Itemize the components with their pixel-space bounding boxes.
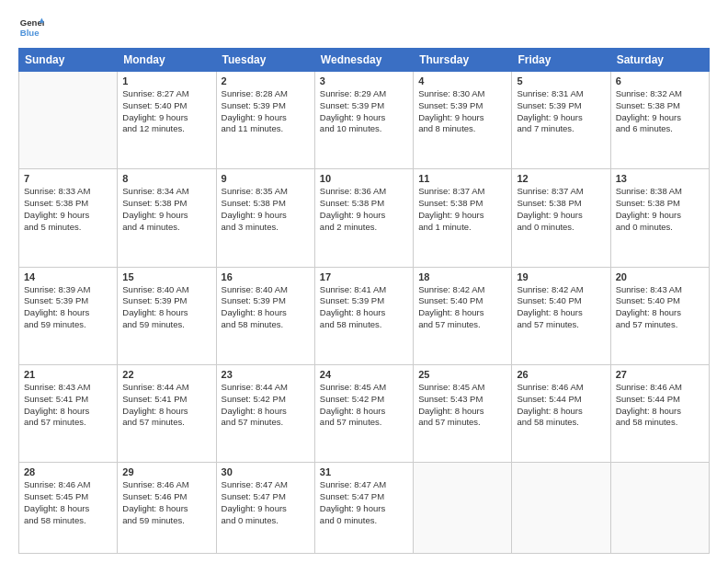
day-number: 31 [320,466,408,477]
day-number: 15 [122,271,210,282]
day-number: 8 [122,173,210,184]
day-number: 30 [222,466,310,477]
day-info: Sunrise: 8:46 AMSunset: 5:44 PMDaylight:… [616,382,704,429]
day-number: 1 [122,75,210,86]
calendar-cell: 9Sunrise: 8:35 AMSunset: 5:38 PMDaylight… [216,169,314,267]
day-info: Sunrise: 8:39 AMSunset: 5:39 PMDaylight:… [24,284,112,331]
calendar-cell: 17Sunrise: 8:41 AMSunset: 5:39 PMDayligh… [314,267,413,364]
day-number: 26 [517,369,605,380]
day-info: Sunrise: 8:30 AMSunset: 5:39 PMDaylight:… [418,88,506,135]
logo: General Blue [18,15,44,40]
day-info: Sunrise: 8:45 AMSunset: 5:43 PMDaylight:… [418,382,506,429]
day-info: Sunrise: 8:43 AMSunset: 5:41 PMDaylight:… [24,382,112,429]
day-info: Sunrise: 8:37 AMSunset: 5:38 PMDaylight:… [517,186,605,233]
day-number: 23 [222,369,310,380]
calendar-cell: 10Sunrise: 8:36 AMSunset: 5:38 PMDayligh… [314,169,413,267]
day-number: 21 [24,369,112,380]
calendar-cell: 21Sunrise: 8:43 AMSunset: 5:41 PMDayligh… [19,364,118,462]
day-header-thursday: Thursday [414,49,512,72]
day-number: 16 [222,271,310,282]
calendar-cell: 23Sunrise: 8:44 AMSunset: 5:42 PMDayligh… [216,364,314,462]
day-number: 13 [616,173,704,184]
calendar-cell: 29Sunrise: 8:46 AMSunset: 5:46 PMDayligh… [118,463,216,554]
day-header-sunday: Sunday [19,49,118,72]
day-info: Sunrise: 8:36 AMSunset: 5:38 PMDaylight:… [320,186,408,233]
day-number: 20 [616,271,704,282]
day-number: 28 [24,466,112,477]
calendar-cell: 12Sunrise: 8:37 AMSunset: 5:38 PMDayligh… [512,169,610,267]
day-number: 7 [24,173,112,184]
day-info: Sunrise: 8:40 AMSunset: 5:39 PMDaylight:… [222,284,310,331]
day-header-wednesday: Wednesday [314,49,413,72]
day-number: 9 [222,173,310,184]
calendar-table: SundayMondayTuesdayWednesdayThursdayFrid… [18,48,710,554]
calendar-cell: 14Sunrise: 8:39 AMSunset: 5:39 PMDayligh… [19,267,118,364]
day-header-tuesday: Tuesday [216,49,314,72]
day-number: 6 [616,75,704,86]
day-number: 11 [418,173,506,184]
svg-text:Blue: Blue [20,28,40,38]
day-info: Sunrise: 8:35 AMSunset: 5:38 PMDaylight:… [222,186,310,233]
week-row-4: 28Sunrise: 8:46 AMSunset: 5:45 PMDayligh… [19,463,710,554]
calendar-cell [19,72,118,169]
day-info: Sunrise: 8:29 AMSunset: 5:39 PMDaylight:… [320,88,408,135]
day-info: Sunrise: 8:28 AMSunset: 5:39 PMDaylight:… [222,88,310,135]
day-info: Sunrise: 8:33 AMSunset: 5:38 PMDaylight:… [24,186,112,233]
day-header-saturday: Saturday [610,49,709,72]
day-number: 14 [24,271,112,282]
day-number: 10 [320,173,408,184]
calendar-cell: 16Sunrise: 8:40 AMSunset: 5:39 PMDayligh… [216,267,314,364]
calendar-cell: 20Sunrise: 8:43 AMSunset: 5:40 PMDayligh… [610,267,709,364]
calendar-cell: 27Sunrise: 8:46 AMSunset: 5:44 PMDayligh… [610,364,709,462]
day-info: Sunrise: 8:31 AMSunset: 5:39 PMDaylight:… [517,88,605,135]
day-info: Sunrise: 8:41 AMSunset: 5:39 PMDaylight:… [320,284,408,331]
day-number: 24 [320,369,408,380]
day-info: Sunrise: 8:46 AMSunset: 5:45 PMDaylight:… [24,479,112,526]
day-info: Sunrise: 8:32 AMSunset: 5:38 PMDaylight:… [616,88,704,135]
day-info: Sunrise: 8:38 AMSunset: 5:38 PMDaylight:… [616,186,704,233]
day-info: Sunrise: 8:27 AMSunset: 5:40 PMDaylight:… [122,88,210,135]
calendar-body: 1Sunrise: 8:27 AMSunset: 5:40 PMDaylight… [19,72,710,554]
logo-icon: General Blue [18,15,44,40]
calendar-cell: 15Sunrise: 8:40 AMSunset: 5:39 PMDayligh… [118,267,216,364]
calendar-cell: 1Sunrise: 8:27 AMSunset: 5:40 PMDaylight… [118,72,216,169]
week-row-0: 1Sunrise: 8:27 AMSunset: 5:40 PMDaylight… [19,72,710,169]
day-number: 3 [320,75,408,86]
calendar-cell: 5Sunrise: 8:31 AMSunset: 5:39 PMDaylight… [512,72,610,169]
day-info: Sunrise: 8:44 AMSunset: 5:41 PMDaylight:… [122,382,210,429]
calendar-cell: 22Sunrise: 8:44 AMSunset: 5:41 PMDayligh… [118,364,216,462]
day-header-monday: Monday [118,49,216,72]
day-number: 5 [517,75,605,86]
calendar-cell: 3Sunrise: 8:29 AMSunset: 5:39 PMDaylight… [314,72,413,169]
day-info: Sunrise: 8:40 AMSunset: 5:39 PMDaylight:… [122,284,210,331]
calendar-cell: 6Sunrise: 8:32 AMSunset: 5:38 PMDaylight… [610,72,709,169]
day-number: 2 [222,75,310,86]
calendar-cell: 19Sunrise: 8:42 AMSunset: 5:40 PMDayligh… [512,267,610,364]
week-row-2: 14Sunrise: 8:39 AMSunset: 5:39 PMDayligh… [19,267,710,364]
calendar-cell: 25Sunrise: 8:45 AMSunset: 5:43 PMDayligh… [414,364,512,462]
day-number: 17 [320,271,408,282]
day-info: Sunrise: 8:42 AMSunset: 5:40 PMDaylight:… [517,284,605,331]
day-info: Sunrise: 8:44 AMSunset: 5:42 PMDaylight:… [222,382,310,429]
calendar-cell: 18Sunrise: 8:42 AMSunset: 5:40 PMDayligh… [414,267,512,364]
day-number: 18 [418,271,506,282]
calendar-cell: 8Sunrise: 8:34 AMSunset: 5:38 PMDaylight… [118,169,216,267]
calendar-cell: 26Sunrise: 8:46 AMSunset: 5:44 PMDayligh… [512,364,610,462]
calendar-container: General Blue SundayMondayTuesdayWednesda… [0,0,728,563]
calendar-cell: 31Sunrise: 8:47 AMSunset: 5:47 PMDayligh… [314,463,413,554]
day-info: Sunrise: 8:47 AMSunset: 5:47 PMDaylight:… [222,479,310,526]
day-info: Sunrise: 8:42 AMSunset: 5:40 PMDaylight:… [418,284,506,331]
calendar-cell [512,463,610,554]
header: General Blue [18,15,710,40]
day-number: 19 [517,271,605,282]
day-number: 22 [122,369,210,380]
day-info: Sunrise: 8:34 AMSunset: 5:38 PMDaylight:… [122,186,210,233]
day-number: 29 [122,466,210,477]
calendar-cell: 11Sunrise: 8:37 AMSunset: 5:38 PMDayligh… [414,169,512,267]
day-number: 27 [616,369,704,380]
calendar-cell: 24Sunrise: 8:45 AMSunset: 5:42 PMDayligh… [314,364,413,462]
calendar-cell: 7Sunrise: 8:33 AMSunset: 5:38 PMDaylight… [19,169,118,267]
calendar-cell: 13Sunrise: 8:38 AMSunset: 5:38 PMDayligh… [610,169,709,267]
day-info: Sunrise: 8:43 AMSunset: 5:40 PMDaylight:… [616,284,704,331]
day-info: Sunrise: 8:46 AMSunset: 5:46 PMDaylight:… [122,479,210,526]
